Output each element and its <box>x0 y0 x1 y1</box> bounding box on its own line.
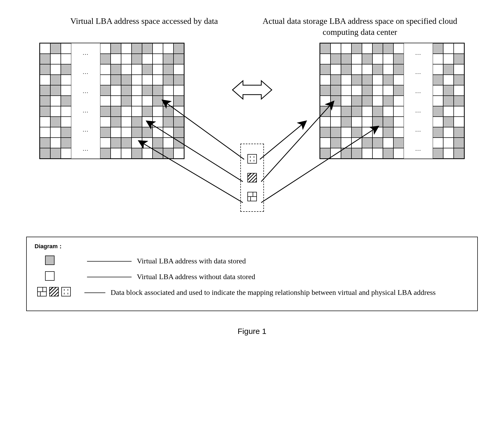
grid-cell <box>443 96 454 106</box>
grid-cell <box>163 75 174 85</box>
legend-box: Diagram： Virtual LBA address with data s… <box>26 237 478 311</box>
grid-cell <box>111 148 121 159</box>
grid-cell <box>362 54 372 64</box>
grid-cell <box>341 96 351 106</box>
ellipsis-cell: ... <box>71 62 100 82</box>
grid-cell <box>362 75 372 85</box>
grid-cell <box>351 96 362 106</box>
grid-cell <box>383 85 393 96</box>
grid-cell <box>393 148 404 159</box>
grid-cell <box>163 64 174 75</box>
grid-cell <box>132 64 142 75</box>
grid-cell <box>362 85 372 96</box>
grid-cell <box>100 64 111 75</box>
grid-cell <box>40 106 50 117</box>
grid-cell <box>163 148 174 159</box>
grid-cell <box>341 148 351 159</box>
grid-cell <box>330 148 341 159</box>
grid-cell <box>433 138 443 148</box>
grid-cell <box>433 85 443 96</box>
grid-cell <box>330 117 341 127</box>
grid-cell <box>174 148 184 159</box>
legend-white-square-icon <box>45 271 55 281</box>
grid-cell <box>132 106 142 117</box>
legend-text-mapping: Data block associated and used to indica… <box>111 287 436 298</box>
grid-cell <box>111 127 121 138</box>
grid-cell <box>153 148 163 159</box>
mapping-block-diag-icon <box>247 173 257 182</box>
grid-cell <box>153 106 163 117</box>
grid-cell <box>393 64 404 75</box>
grid-cell <box>320 148 330 159</box>
grid-cell <box>50 54 61 64</box>
legend-row-mapping: Data block associated and used to indica… <box>35 287 469 298</box>
grid-cell <box>433 75 443 85</box>
grid-cell <box>153 43 163 54</box>
grid-cell <box>383 127 393 138</box>
grid-cell <box>383 148 393 159</box>
grid-cell <box>341 85 351 96</box>
grid-cell <box>163 85 174 96</box>
grid-cell <box>454 64 464 75</box>
ellipsis-cell: ... <box>71 82 100 101</box>
grid-cell <box>351 85 362 96</box>
ellipsis-cell: ... <box>404 139 433 159</box>
grid-cell <box>50 148 61 159</box>
grid-cell <box>111 138 121 148</box>
svg-line-4 <box>260 121 306 159</box>
grid-cell <box>362 138 372 148</box>
grid-cell <box>121 64 132 75</box>
grid-cell <box>61 75 71 85</box>
grid-cell <box>341 75 351 85</box>
grid-cell <box>163 127 174 138</box>
grid-cell <box>351 54 362 64</box>
grid-cell <box>454 43 464 54</box>
grid-cell <box>153 138 163 148</box>
ellipsis-cell: ... <box>404 120 433 139</box>
grid-cell <box>330 43 341 54</box>
legend-heading: Diagram： <box>35 242 469 250</box>
grid-cell <box>40 64 50 75</box>
grid-cell <box>61 85 71 96</box>
grid-cell <box>100 43 111 54</box>
grid-cell <box>320 64 330 75</box>
grid-cell <box>393 75 404 85</box>
grid-cell <box>362 96 372 106</box>
grid-cell <box>40 43 50 54</box>
grid-cell <box>174 54 184 64</box>
grid-cell <box>433 127 443 138</box>
grid-cell <box>132 75 142 85</box>
grid-cell <box>153 85 163 96</box>
grid-cell <box>61 96 71 106</box>
grid-cell <box>362 148 372 159</box>
grid-cell <box>351 127 362 138</box>
ellipsis-cell: ... <box>71 120 100 139</box>
grid-cell <box>121 127 132 138</box>
grid-cell <box>121 43 132 54</box>
grid-cell <box>174 75 184 85</box>
grid-cell <box>372 75 383 85</box>
grid-cell <box>341 43 351 54</box>
grid-cell <box>100 54 111 64</box>
grid-cell <box>454 75 464 85</box>
grid-cell <box>454 138 464 148</box>
grid-cell <box>153 127 163 138</box>
grid-cell <box>383 138 393 148</box>
grid-cell <box>50 106 61 117</box>
grid-cell <box>454 106 464 117</box>
ellipsis-cell: ... <box>71 139 100 159</box>
grid-cell <box>351 138 362 148</box>
grid-cell <box>443 148 454 159</box>
grid-cell <box>341 64 351 75</box>
grid-cell <box>351 43 362 54</box>
grid-cell <box>40 75 50 85</box>
grid-cell <box>454 96 464 106</box>
grid-cell <box>174 64 184 75</box>
grid-cell <box>142 43 153 54</box>
ellipsis-cell: ... <box>71 101 100 120</box>
grid-cell <box>100 106 111 117</box>
grid-cell <box>393 54 404 64</box>
grid-cell <box>372 96 383 106</box>
grid-cell <box>100 127 111 138</box>
grid-cell <box>341 54 351 64</box>
